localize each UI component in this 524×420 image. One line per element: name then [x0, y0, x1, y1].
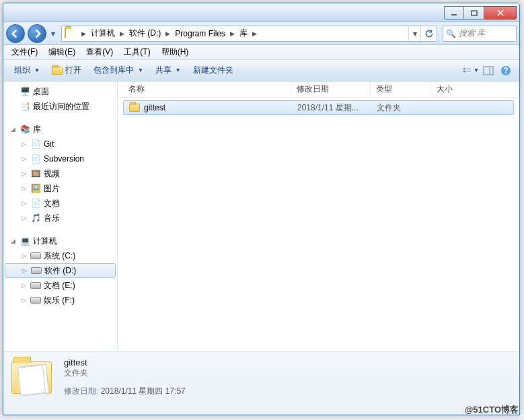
sidebar-item-recent[interactable]: 📑最近访问的位置 [3, 99, 117, 114]
music-icon: 🎵 [30, 213, 41, 223]
tree-label: 桌面 [33, 86, 49, 98]
menu-help[interactable]: 帮助(H) [156, 45, 194, 59]
folder-icon [129, 102, 140, 113]
new-folder-button[interactable]: 新建文件夹 [188, 62, 239, 79]
sidebar-drive-d[interactable]: ▷软件 (D:) [5, 263, 116, 278]
chevron-right-icon[interactable]: ▶ [250, 30, 259, 37]
tree-label: 计算机 [33, 236, 57, 247]
column-header-size[interactable]: 大小 [431, 81, 519, 97]
sidebar-item-pictures[interactable]: ▷🖼️图片 [3, 181, 117, 196]
refresh-button[interactable] [420, 26, 437, 41]
navigation-pane: 🖥️桌面 📑最近访问的位置 ◢📚库 ▷📄Git ▷📄Subversion ▷🎞️… [3, 81, 118, 351]
sidebar-drive-c[interactable]: ▷系统 (C:) [3, 248, 117, 263]
expand-icon[interactable]: ◢ [9, 126, 17, 133]
file-row[interactable]: gittest 2018/1/11 星期... 文件夹 [123, 100, 514, 115]
tree-label: 库 [33, 124, 41, 135]
folder-open-icon [52, 67, 63, 75]
tree-label: 最近访问的位置 [33, 101, 89, 112]
expand-icon[interactable]: ▷ [20, 200, 28, 207]
search-input[interactable]: 🔍 搜索 库 [443, 26, 517, 42]
help-button[interactable]: ? [498, 63, 514, 78]
expand-icon[interactable]: ▷ [20, 297, 28, 304]
chevron-right-icon[interactable]: ▶ [228, 30, 237, 37]
sidebar-libraries[interactable]: ◢📚库 [3, 122, 117, 137]
sidebar-item-videos[interactable]: ▷🎞️视频 [3, 166, 117, 181]
tree-label: 音乐 [44, 213, 60, 224]
body-split: 🖥️桌面 📑最近访问的位置 ◢📚库 ▷📄Git ▷📄Subversion ▷🎞️… [3, 81, 519, 351]
menu-edit[interactable]: 编辑(E) [43, 45, 81, 59]
chevron-right-icon[interactable]: ▶ [163, 30, 172, 37]
svg-text:?: ? [503, 66, 508, 75]
column-header-date[interactable]: 修改日期 [291, 81, 371, 97]
tree-label: 软件 (D:) [44, 265, 76, 277]
folder-icon [11, 361, 52, 394]
column-header-type[interactable]: 类型 [371, 81, 431, 97]
menu-file[interactable]: 文件(F) [6, 45, 43, 59]
sidebar-drive-e[interactable]: ▷文档 (E:) [3, 278, 117, 293]
command-bar: 组织▼ 打开 包含到库中▼ 共享▼ 新建文件夹 ▼ ? [3, 60, 519, 81]
tree-label: 娱乐 (F:) [44, 295, 75, 306]
expand-icon[interactable]: ▷ [20, 282, 28, 289]
sidebar-computer[interactable]: ◢💻计算机 [3, 234, 117, 248]
column-headers: 名称 修改日期 类型 大小 [118, 81, 519, 98]
picture-icon: 🖼️ [30, 183, 41, 194]
organize-button[interactable]: 组织▼ [9, 62, 45, 79]
watermark: @51CTO博客 [465, 404, 519, 416]
titlebar [3, 3, 519, 22]
sidebar-drive-f[interactable]: ▷娱乐 (F:) [3, 293, 117, 308]
svn-icon: 📄 [30, 153, 41, 164]
tree-label: 文档 [44, 198, 60, 209]
sidebar-item-documents[interactable]: ▷📄文档 [3, 196, 117, 211]
view-options-button[interactable]: ▼ [463, 63, 479, 78]
git-icon: 📄 [30, 139, 41, 149]
column-header-name[interactable]: 名称 [123, 81, 291, 97]
details-type: 文件夹 [64, 368, 511, 379]
breadcrumb-segment[interactable]: 计算机 [88, 26, 118, 41]
file-name: gittest [144, 103, 165, 112]
expand-icon[interactable]: ◢ [9, 238, 17, 244]
search-placeholder: 搜索 库 [459, 28, 485, 39]
details-date-value: 2018/1/11 星期四 17:57 [101, 386, 186, 396]
include-library-button[interactable]: 包含到库中▼ [88, 62, 149, 79]
address-bar[interactable]: ▶ 计算机 ▶ 软件 (D:) ▶ Program Files ▶ 库 ▶ ▾ [61, 26, 437, 42]
expand-icon[interactable]: ▷ [20, 170, 28, 177]
details-date-label: 修改日期: [64, 386, 98, 396]
expand-icon[interactable]: ▷ [20, 267, 28, 274]
minimize-button[interactable] [444, 6, 464, 20]
preview-pane-button[interactable] [480, 63, 496, 78]
expand-icon[interactable]: ▷ [20, 185, 28, 192]
expand-icon[interactable]: ▷ [20, 141, 28, 147]
svg-rect-8 [484, 67, 493, 75]
expand-icon[interactable]: ▷ [20, 155, 28, 162]
maximize-button[interactable] [464, 6, 484, 20]
expand-icon[interactable]: ▷ [20, 252, 28, 259]
breadcrumb-segment[interactable]: Program Files [172, 26, 228, 41]
forward-button[interactable] [28, 24, 46, 43]
close-button[interactable] [484, 6, 517, 20]
history-dropdown[interactable]: ▾ [49, 27, 57, 40]
desktop-icon: 🖥️ [20, 86, 30, 97]
address-dropdown[interactable]: ▾ [408, 26, 420, 41]
chevron-right-icon[interactable]: ▶ [118, 30, 126, 37]
recent-icon: 📑 [20, 101, 30, 112]
menu-view[interactable]: 查看(V) [81, 45, 118, 59]
tree-label: Git [44, 139, 54, 149]
tree-label: 图片 [44, 183, 60, 195]
details-pane: gittest 文件夹 修改日期: 2018/1/11 星期四 17:57 [3, 351, 519, 415]
back-button[interactable] [6, 24, 25, 43]
sidebar-item-git[interactable]: ▷📄Git [3, 137, 117, 151]
navigation-bar: ▾ ▶ 计算机 ▶ 软件 (D:) ▶ Program Files ▶ 库 ▶ … [3, 22, 519, 45]
sidebar-item-svn[interactable]: ▷📄Subversion [3, 151, 117, 166]
tree-label: 视频 [44, 168, 60, 180]
expand-icon[interactable]: ▷ [20, 215, 28, 221]
sidebar-item-desktop[interactable]: 🖥️桌面 [3, 84, 117, 99]
sidebar-item-music[interactable]: ▷🎵音乐 [3, 211, 117, 225]
file-list[interactable]: gittest 2018/1/11 星期... 文件夹 [118, 98, 519, 351]
breadcrumb-segment[interactable]: 库 [237, 26, 250, 41]
chevron-right-icon[interactable]: ▶ [79, 30, 88, 37]
menu-tools[interactable]: 工具(T) [118, 45, 155, 59]
breadcrumb-segment[interactable]: 软件 (D:) [126, 26, 163, 41]
share-button[interactable]: 共享▼ [150, 62, 186, 79]
open-button[interactable]: 打开 [46, 62, 87, 79]
computer-icon: 💻 [20, 236, 30, 246]
